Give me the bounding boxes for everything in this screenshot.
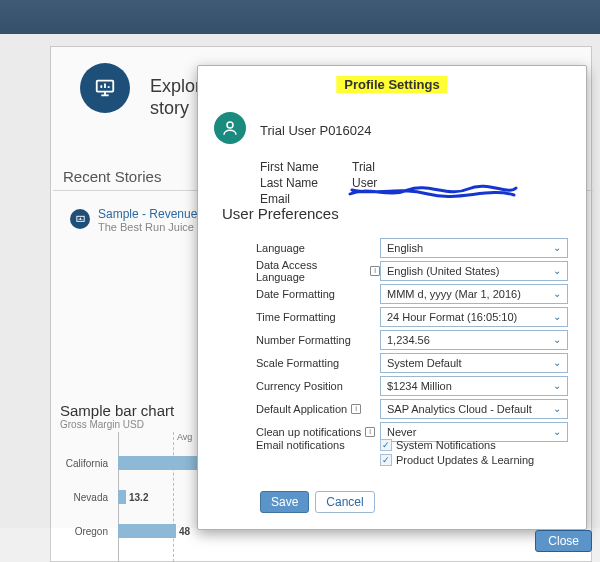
close-button[interactable]: Close	[535, 530, 592, 552]
currency-position-select[interactable]: $1234 Million⌄	[380, 376, 568, 396]
email-notifications-label: Email notifications	[256, 439, 380, 469]
time-formatting-label: Time Formatting	[256, 311, 380, 323]
default-application-select[interactable]: SAP Analytics Cloud - Default⌄	[380, 399, 568, 419]
scale-formatting-label: Scale Formatting	[256, 357, 380, 369]
product-updates-label: Product Updates & Learning	[396, 454, 534, 466]
date-formatting-label: Date Formatting	[256, 288, 380, 300]
bar-row: Oregon 48	[60, 514, 200, 548]
app-topbar	[0, 0, 600, 34]
svg-point-10	[227, 122, 233, 128]
chevron-down-icon: ⌄	[553, 380, 561, 391]
bar	[118, 456, 200, 470]
bar-row: California	[60, 446, 200, 480]
user-preferences-heading: User Preferences	[222, 205, 339, 222]
bar-label: Nevada	[60, 492, 114, 503]
save-button[interactable]: Save	[260, 491, 309, 513]
preferences-form: Language English⌄ Data Access Languagei …	[256, 236, 568, 443]
bar-label: California	[60, 458, 114, 469]
bar	[118, 490, 126, 504]
profile-settings-dialog: Profile Settings Trial User P016024 Firs…	[197, 65, 587, 530]
avatar-icon	[214, 112, 246, 144]
chevron-down-icon: ⌄	[553, 311, 561, 322]
info-icon[interactable]: i	[365, 427, 375, 437]
system-notifications-label: System Notifications	[396, 439, 496, 451]
cancel-button[interactable]: Cancel	[315, 491, 374, 513]
date-formatting-select[interactable]: MMM d, yyyy (Mar 1, 2016)⌄	[380, 284, 568, 304]
story-icon	[70, 209, 90, 229]
username: Trial User P016024	[260, 123, 372, 138]
chevron-down-icon: ⌄	[553, 242, 561, 253]
chevron-down-icon: ⌄	[553, 334, 561, 345]
chevron-down-icon: ⌄	[553, 403, 561, 414]
default-application-label: Default Application	[256, 403, 347, 415]
language-select[interactable]: English⌄	[380, 238, 568, 258]
chevron-down-icon: ⌄	[553, 265, 561, 276]
system-notifications-checkbox[interactable]: ✓	[380, 439, 392, 451]
bar-value: 13.2	[129, 492, 148, 503]
bar-label: Oregon	[60, 526, 114, 537]
explore-icon	[80, 63, 130, 113]
language-label: Language	[256, 242, 380, 254]
recent-stories-heading: Recent Stories	[63, 168, 161, 185]
bar-row: Nevada 13.2	[60, 480, 200, 514]
chevron-down-icon: ⌄	[553, 288, 561, 299]
first-name-label: First Name	[260, 160, 352, 174]
dialog-title: Profile Settings	[336, 76, 447, 93]
email-label: Email	[260, 192, 352, 206]
bar-value: 48	[179, 526, 190, 537]
number-formatting-label: Number Formatting	[256, 334, 380, 346]
bar-chart: Avg California Nevada 13.2 Oregon 48	[60, 432, 200, 562]
scale-formatting-select[interactable]: System Default⌄	[380, 353, 568, 373]
data-access-language-select[interactable]: English (United States)⌄	[380, 261, 568, 281]
avg-label: Avg	[177, 432, 192, 442]
bar	[118, 524, 176, 538]
chart-subtitle: Gross Margin USD	[60, 419, 144, 430]
data-access-language-label: Data Access Language	[256, 259, 366, 283]
info-icon[interactable]: i	[370, 266, 380, 276]
product-updates-checkbox[interactable]: ✓	[380, 454, 392, 466]
last-name-label: Last Name	[260, 176, 352, 190]
info-icon[interactable]: i	[351, 404, 361, 414]
time-formatting-select[interactable]: 24 Hour Format (16:05:10)⌄	[380, 307, 568, 327]
cleanup-notifications-label: Clean up notifications	[256, 426, 361, 438]
redacted-scribble	[348, 184, 518, 200]
email-notifications-group: Email notifications ✓ System Notificatio…	[256, 439, 568, 469]
first-name-value: Trial	[352, 160, 375, 174]
chevron-down-icon: ⌄	[553, 426, 561, 437]
number-formatting-select[interactable]: 1,234.56⌄	[380, 330, 568, 350]
currency-position-label: Currency Position	[256, 380, 380, 392]
chevron-down-icon: ⌄	[553, 357, 561, 368]
chart-title: Sample bar chart	[60, 402, 174, 419]
